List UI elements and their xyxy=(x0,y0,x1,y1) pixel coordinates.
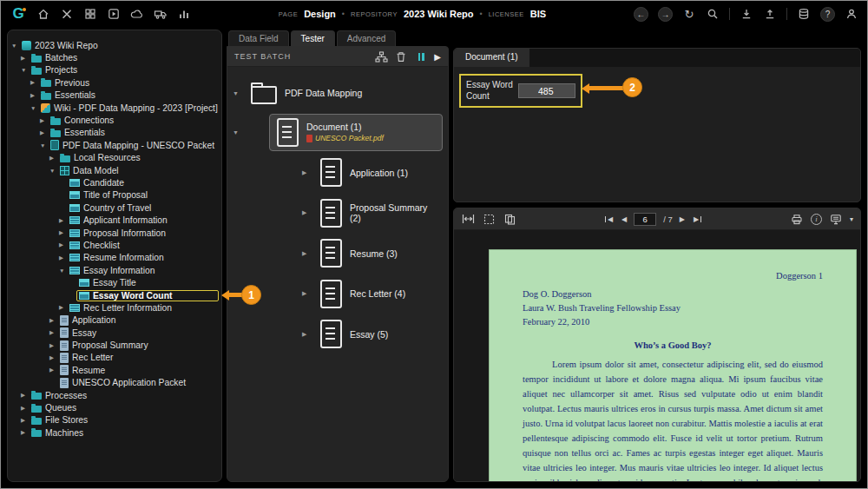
dropdown-arrow-icon[interactable]: ▾ xyxy=(850,215,853,223)
tab-tester[interactable]: Tester xyxy=(291,30,335,46)
tree-item[interactable]: ▶ Applicant Information xyxy=(8,214,221,226)
tree-item[interactable]: ▶ Proposal Information xyxy=(8,227,221,239)
refresh-icon[interactable]: ↻ xyxy=(682,7,696,21)
display-settings-icon[interactable] xyxy=(829,212,843,226)
tree-item[interactable]: ▶ File Stores xyxy=(8,414,221,426)
tree-item[interactable]: ▶ Application xyxy=(8,314,221,327)
home-icon[interactable] xyxy=(36,7,50,21)
expand-arrow[interactable]: ▶ xyxy=(21,417,29,424)
print-icon[interactable] xyxy=(790,212,804,226)
tree-item[interactable]: ▶ Batches xyxy=(8,51,221,63)
previous-page-button[interactable]: ◀ xyxy=(621,215,627,223)
expand-arrow[interactable]: ▶ xyxy=(40,117,48,124)
expand-arrow[interactable]: ▶ xyxy=(302,290,312,297)
tree-item[interactable]: ▶ Proposal Summary xyxy=(8,339,221,351)
tree-item[interactable]: ▶ Connections xyxy=(8,114,221,126)
expand-arrow[interactable]: ▶ xyxy=(59,229,67,236)
page-number-input[interactable] xyxy=(634,213,656,226)
tree-item[interactable]: Title of Proposal xyxy=(8,189,221,202)
fit-width-icon[interactable] xyxy=(461,212,475,226)
expand-arrow[interactable]: ▶ xyxy=(49,367,57,373)
tree-item[interactable]: ▼ Projects xyxy=(8,64,221,76)
search-icon[interactable] xyxy=(706,7,720,21)
run-play-icon[interactable] xyxy=(107,7,121,21)
tree-item[interactable]: ▶ Essay xyxy=(8,327,221,339)
expand-arrow[interactable]: ▶ xyxy=(59,241,67,248)
repository-value[interactable]: 2023 Wiki Repo xyxy=(404,9,474,19)
tree-item[interactable]: UNESCO Application Packet xyxy=(8,377,221,389)
stats-icon[interactable] xyxy=(177,7,191,21)
expand-arrow[interactable]: ▼ xyxy=(11,43,19,49)
expand-arrow[interactable]: ▼ xyxy=(40,142,48,149)
last-page-button[interactable]: ▶ xyxy=(692,215,700,223)
expand-arrow[interactable]: ▶ xyxy=(59,304,67,311)
tree-item[interactable]: Candidate xyxy=(8,176,221,188)
expand-arrow[interactable]: ▶ xyxy=(302,169,312,176)
tab-data-field[interactable]: Data Field xyxy=(228,30,289,46)
batch-node-essay[interactable]: ▶ Essay (5) xyxy=(227,314,448,355)
page-value[interactable]: Design xyxy=(304,9,336,19)
expand-arrow[interactable]: ▶ xyxy=(21,55,29,62)
upload-icon[interactable] xyxy=(763,7,777,21)
copy-pages-icon[interactable] xyxy=(503,212,516,226)
delete-batch-icon[interactable] xyxy=(394,50,408,63)
tree-item[interactable]: ▼ Wiki - PDF Data Mapping - 2023 [Projec… xyxy=(8,102,221,114)
batch-grid-icon[interactable] xyxy=(83,7,97,21)
download-icon[interactable] xyxy=(740,7,753,21)
info-icon[interactable]: i xyxy=(811,214,822,225)
expand-arrow[interactable]: ▶ xyxy=(21,392,29,399)
expand-arrow[interactable]: ▼ xyxy=(233,90,243,96)
expand-arrow[interactable]: ▶ xyxy=(49,342,57,349)
batch-node-document-1[interactable]: ▼ Document (1) UNESCO Packet.pdf xyxy=(227,112,448,153)
expand-arrow[interactable]: ▶ xyxy=(21,405,29,412)
tree-item[interactable]: ▶ Resume xyxy=(8,364,221,376)
tree-item-repo-root[interactable]: ▼ 2023 Wiki Repo xyxy=(8,39,221,51)
tree-item[interactable]: ▶ Previous xyxy=(8,76,221,89)
batch-structure-icon[interactable] xyxy=(374,50,388,63)
tree-item[interactable]: ▶ Essentials xyxy=(8,89,221,102)
expand-arrow[interactable]: ▶ xyxy=(30,92,38,99)
tree-item[interactable]: ▶ Processes xyxy=(8,389,221,401)
tree-item[interactable]: ▼ Essay Information xyxy=(8,264,221,276)
back-button[interactable]: ← xyxy=(634,7,648,22)
expand-arrow[interactable]: ▼ xyxy=(21,67,29,73)
expand-arrow[interactable]: ▼ xyxy=(233,129,243,135)
tree-item-essay-word-count[interactable]: Essay Word Count xyxy=(8,289,221,301)
tools-icon[interactable] xyxy=(60,7,74,21)
expand-arrow[interactable]: ▶ xyxy=(21,429,29,436)
batch-node-application[interactable]: ▶ Application (1) xyxy=(227,153,448,194)
tree-item[interactable]: Country of Travel xyxy=(8,202,221,214)
truck-icon[interactable] xyxy=(154,7,168,21)
expand-arrow[interactable]: ▼ xyxy=(49,168,57,174)
document-tab[interactable]: Document (1) xyxy=(454,49,529,67)
tree-item[interactable]: ▶ Rec Letter xyxy=(8,352,221,364)
tree-item[interactable]: ▶ Checklist xyxy=(8,239,221,251)
expand-arrow[interactable]: ▶ xyxy=(59,254,67,261)
tree-item[interactable]: Essay Title xyxy=(8,276,221,288)
batch-node-resume[interactable]: ▶ Resume (3) xyxy=(227,234,448,274)
batch-node-proposal-summary[interactable]: ▶ Proposal Summary (2) xyxy=(227,193,448,234)
tree-item[interactable]: ▶ Queues xyxy=(8,401,221,413)
expand-arrow[interactable]: ▶ xyxy=(49,354,57,361)
expand-arrow[interactable]: ▼ xyxy=(59,268,67,274)
tree-item[interactable]: ▶ Resume Information xyxy=(8,252,221,264)
run-test-icon[interactable]: ▶ xyxy=(434,52,441,62)
tree-item[interactable]: ▼ Data Model xyxy=(8,164,221,176)
cloud-icon[interactable] xyxy=(130,7,144,21)
expand-arrow[interactable]: ▶ xyxy=(49,317,57,324)
tab-advanced[interactable]: Advanced xyxy=(337,30,396,46)
tree-item[interactable]: ▶ Rec Letter Information xyxy=(8,301,221,314)
tree-item[interactable]: ▶ Machines xyxy=(8,426,221,439)
field-value-input[interactable] xyxy=(518,83,575,98)
expand-arrow[interactable]: ▶ xyxy=(302,331,312,338)
document-page[interactable]: Doggerson 1 Dog O. Doggerson Laura W. Bu… xyxy=(489,249,857,481)
expand-arrow[interactable]: ▶ xyxy=(49,155,57,162)
expand-arrow[interactable]: ▼ xyxy=(30,105,38,111)
first-page-button[interactable]: ◀ xyxy=(606,215,615,223)
expand-arrow[interactable]: ▶ xyxy=(30,79,38,86)
batch-node-pdf-data-mapping[interactable]: ▼ PDF Data Mapping xyxy=(227,74,448,112)
tree-item[interactable]: ▶ Essentials xyxy=(8,127,221,139)
expand-arrow[interactable]: ▶ xyxy=(59,217,67,224)
grooper-logo[interactable]: G xyxy=(10,5,27,23)
select-region-icon[interactable] xyxy=(482,212,496,226)
